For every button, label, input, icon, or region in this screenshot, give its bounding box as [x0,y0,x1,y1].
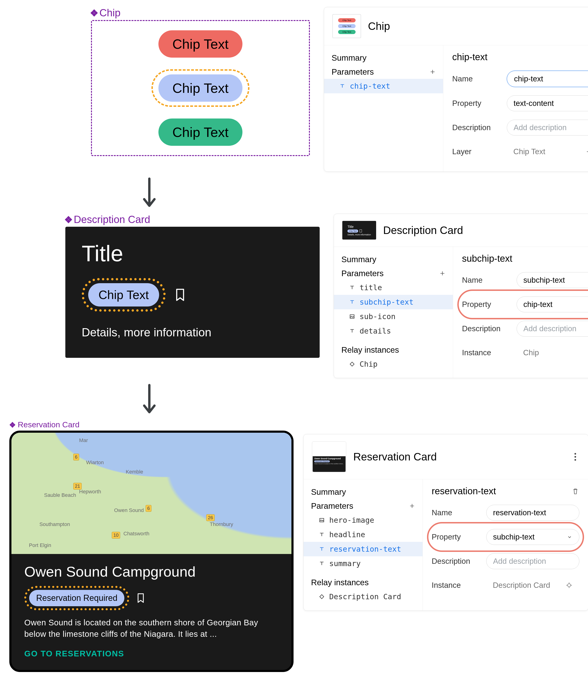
name-input-field[interactable] [514,74,588,84]
map-place: Port Elgin [29,542,51,548]
description-card-preview[interactable]: Title Chip Text Details, more informatio… [65,227,320,358]
param-summary[interactable]: summary [304,556,423,571]
bookmark-icon[interactable] [175,288,185,301]
relay-instances-header: Relay instances [342,345,399,355]
name-input[interactable]: subchip-text [517,272,588,288]
map-road: 21 [73,483,82,490]
relay-desc-card[interactable]: Description Card [304,589,423,604]
name-input[interactable]: reservation-text [486,505,579,521]
add-parameter-icon[interactable] [409,503,415,509]
map-place: Sauble Beach [44,492,76,498]
parameters-header: Parameters [342,269,384,278]
chip-variant-red[interactable]: Chip Text [158,30,243,58]
reservation-summary: Owen Sound is located on the southern sh… [24,617,278,640]
map-place: Owen Sound [114,507,144,513]
map-place: Southampton [39,521,70,527]
target-icon[interactable] [565,582,573,589]
panel-title: Description Card [383,224,588,237]
chip-component-frame[interactable]: Chip Text Chip Text Chip Text [91,20,310,156]
svg-rect-1 [350,315,354,318]
param-chip-text[interactable]: chip-text [324,79,443,93]
desc-thumbnail: Title Chip Text Details, more informatio… [342,221,376,240]
param-reservation-text[interactable]: reservation-text [304,542,423,556]
param-title[interactable]: title [334,280,453,295]
chip-variant-blue[interactable]: Chip Text [158,74,243,102]
relay-chip[interactable]: Chip [334,357,453,371]
instance-label: Instance [432,581,481,590]
text-type-icon [349,299,355,305]
property-select[interactable]: text-content [507,95,588,111]
reservation-headline: Owen Sound Campground [24,563,278,580]
summary-tab[interactable]: Summary [332,53,367,63]
arrow-down-icon [140,176,159,211]
reservation-chip-highlight: Reservation Required [24,586,129,610]
param-headline[interactable]: headline [304,527,423,542]
name-label: Name [452,74,501,83]
component-variant-icon [91,10,97,16]
delete-icon[interactable] [571,487,579,495]
arrow-down-icon [140,383,159,418]
param-hero-image[interactable]: hero-image [304,513,423,527]
name-label: Name [462,276,511,285]
text-type-icon [339,83,346,89]
param-details[interactable]: details [334,324,453,338]
property-select[interactable]: chip-text [517,296,588,312]
property-select[interactable]: subchip-text [486,529,579,545]
map-road: 6 [146,505,151,512]
map-place: Mar [79,437,88,443]
chip-properties-panel: Chip Text Chip Text Chip Text Chip Summa… [324,7,588,172]
description-label: Description [452,123,501,132]
instance-icon [349,361,355,367]
subchip-highlight: Chip Text [82,278,166,312]
panel-title: Chip [368,20,584,32]
component-variant-icon [10,422,15,427]
description-input[interactable]: Add description [507,120,588,136]
chip-thumbnail: Chip Text Chip Text Chip Text [333,14,361,38]
overflow-menu-icon[interactable] [571,453,580,461]
property-label: Property [462,300,511,309]
param-subchip-text[interactable]: subchip-text [334,295,453,309]
desc-label: Description Card [74,214,150,225]
res-label: Reservation Card [18,420,80,429]
selected-param-name: subchip-text [462,253,512,264]
target-icon[interactable] [586,148,588,155]
map-place: Hepworth [79,489,101,495]
component-label-chip: Chip [91,7,121,19]
component-label-desc: Description Card [65,214,150,225]
parameters-header: Parameters [332,67,374,77]
chip-variant-green[interactable]: Chip Text [158,118,243,146]
property-label: Property [432,533,481,541]
instance-icon [319,594,325,600]
res-thumbnail: Owen Sound Campground Reservation Requir… [312,441,346,472]
description-input[interactable]: Add description [517,321,588,337]
summary-tab[interactable]: Summary [342,255,376,264]
bookmark-icon[interactable] [137,593,145,603]
desc-details: Details, more information [82,326,303,339]
panel-title: Reservation Card [353,450,564,463]
layer-label: Layer [452,147,501,156]
desc-properties-panel: Title Chip Text Details, more informatio… [334,214,588,378]
description-label: Description [462,324,511,333]
text-type-icon [319,532,325,538]
param-sub-icon[interactable]: sub-icon [334,309,453,324]
reservation-card-preview[interactable]: Mar Wiarton Kemble Hepworth Sauble Beach… [9,431,293,672]
map-place: Thornbury [210,521,233,527]
desc-subchip[interactable]: Chip Text [88,283,159,306]
relay-instances-header: Relay instances [311,578,369,587]
text-type-icon [319,546,325,552]
add-parameter-icon[interactable] [439,270,446,276]
image-type-icon [319,517,325,523]
summary-tab[interactable]: Summary [311,487,346,497]
reservation-chip[interactable]: Reservation Required [29,590,124,606]
name-input[interactable] [507,71,588,87]
map-road: 6 [73,454,79,460]
description-input[interactable]: Add description [486,553,579,569]
map-road: 26 [206,514,215,521]
svg-point-4 [567,584,571,587]
reservation-cta[interactable]: GO TO RESERVATIONS [24,649,278,658]
component-variant-icon [65,216,71,223]
add-parameter-icon[interactable] [430,69,436,75]
desc-title: Title [82,241,303,266]
text-type-icon [319,561,325,567]
svg-rect-3 [320,518,324,522]
